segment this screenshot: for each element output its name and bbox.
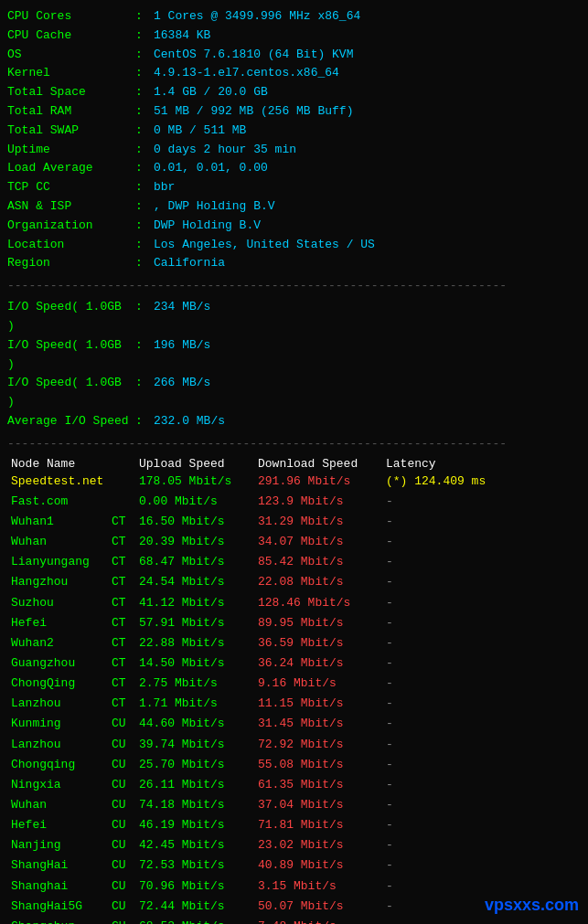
speed-latency: (*) 124.409 ms	[382, 472, 581, 492]
io-label: I/O Speed( 1.0GB )	[7, 336, 135, 375]
speed-upload: 68.47 Mbit/s	[135, 552, 254, 572]
col-header-node: Node Name	[7, 456, 108, 472]
watermark: vpsxxs.com	[485, 896, 579, 915]
speed-node: Wuhan1	[7, 512, 108, 532]
sysinfo-colon: :	[135, 254, 154, 273]
speed-download: 34.07 Mbit/s	[254, 532, 382, 552]
speed-row: Suzhou CT 41.12 Mbit/s 128.46 Mbit/s -	[7, 593, 581, 613]
speed-isp: CT	[108, 552, 135, 572]
sysinfo-label: CPU Cores	[7, 7, 135, 27]
speed-latency: -	[382, 835, 581, 855]
speed-isp: CU	[108, 897, 135, 917]
speed-upload: 39.74 Mbit/s	[135, 735, 254, 755]
speed-node: ShangHai5G	[7, 897, 108, 917]
speed-download: 71.81 Mbit/s	[254, 815, 382, 835]
col-header-isp	[108, 456, 135, 472]
speed-node: Chongqing	[7, 755, 108, 775]
speed-row: Kunming CU 44.60 Mbit/s 31.45 Mbit/s -	[7, 714, 581, 734]
speed-isp: CU	[108, 775, 135, 795]
io-value: 196 MB/s	[154, 336, 210, 375]
speed-download: 72.92 Mbit/s	[254, 735, 382, 755]
speed-download: 61.35 Mbit/s	[254, 775, 382, 795]
sysinfo-colon: :	[135, 46, 154, 65]
sysinfo-value: 16384 KB	[154, 27, 210, 46]
sysinfo-value: California	[154, 254, 225, 273]
speed-row: Ningxia CU 26.11 Mbit/s 61.35 Mbit/s -	[7, 775, 581, 795]
speed-latency: -	[382, 815, 581, 835]
speed-upload: 24.54 Mbit/s	[135, 572, 254, 592]
sysinfo-row: ASN & ISP : , DWP Holding B.V	[7, 197, 581, 217]
speed-download: 36.24 Mbit/s	[254, 653, 382, 674]
sysinfo-colon: :	[135, 141, 154, 160]
speed-row: Wuhan1 CT 16.50 Mbit/s 31.29 Mbit/s -	[7, 512, 581, 532]
speed-download: 7.48 Mbit/s	[254, 917, 382, 924]
speed-latency: -	[382, 855, 581, 876]
speed-node: Lanzhou	[7, 694, 108, 714]
speed-upload: 16.50 Mbit/s	[135, 512, 254, 532]
speed-upload: 22.88 Mbit/s	[135, 633, 254, 653]
speed-latency: -	[382, 653, 581, 674]
sysinfo-value: CentOS 7.6.1810 (64 Bit) KVM	[154, 46, 353, 65]
speed-download: 31.45 Mbit/s	[254, 714, 382, 734]
speed-latency: -	[382, 714, 581, 734]
speed-node: Fast.com	[7, 492, 108, 512]
speed-upload: 72.44 Mbit/s	[135, 897, 254, 917]
speed-row: Hefei CT 57.91 Mbit/s 89.95 Mbit/s -	[7, 613, 581, 633]
sysinfo-row: CPU Cache : 16384 KB	[7, 27, 581, 46]
speed-isp: CU	[108, 835, 135, 855]
io-colon: :	[135, 374, 154, 412]
speed-node: Hefei	[7, 613, 108, 633]
sysinfo-row: Load Average : 0.01, 0.01, 0.00	[7, 159, 581, 178]
speed-upload: 1.71 Mbit/s	[135, 694, 254, 714]
sysinfo-colon: :	[135, 64, 154, 83]
sysinfo-colon: :	[135, 7, 154, 27]
divider-1: ----------------------------------------…	[7, 279, 581, 292]
speed-node: Kunming	[7, 714, 108, 734]
speed-isp: CU	[108, 917, 135, 924]
speed-isp: CT	[108, 674, 135, 694]
sysinfo-colon: :	[135, 122, 154, 141]
sysinfo-label: Load Average	[7, 159, 135, 178]
col-header-upload: Upload Speed	[135, 456, 254, 472]
sysinfo-row: Uptime : 0 days 2 hour 35 min	[7, 141, 581, 160]
speed-row: Speedtest.net 178.05 Mbit/s 291.96 Mbit/…	[7, 472, 581, 492]
speed-upload: 72.53 Mbit/s	[135, 855, 254, 876]
sysinfo-row: Total RAM : 51 MB / 992 MB (256 MB Buff)	[7, 102, 581, 122]
io-value: 234 MB/s	[154, 298, 210, 336]
sysinfo-section: CPU Cores : 1 Cores @ 3499.996 MHz x86_6…	[7, 7, 581, 273]
speed-download: 123.9 Mbit/s	[254, 492, 382, 512]
speed-upload: 68.53 Mbit/s	[135, 917, 254, 924]
speed-upload: 44.60 Mbit/s	[135, 714, 254, 734]
speed-row: Shanghai CU 70.96 Mbit/s 3.15 Mbit/s -	[7, 876, 581, 897]
sysinfo-row: Location : Los Angeles, United States / …	[7, 236, 581, 255]
speed-node: Lianyungang	[7, 552, 108, 572]
speed-upload: 25.70 Mbit/s	[135, 755, 254, 775]
speed-download: 40.89 Mbit/s	[254, 855, 382, 876]
speed-download: 22.08 Mbit/s	[254, 572, 382, 592]
sysinfo-label: OS	[7, 46, 135, 65]
sysinfo-colon: :	[135, 83, 154, 102]
speed-download: 89.95 Mbit/s	[254, 613, 382, 633]
speed-download: 11.15 Mbit/s	[254, 694, 382, 714]
sysinfo-value: DWP Holding B.V	[154, 217, 261, 236]
sysinfo-row: Region : California	[7, 254, 581, 273]
sysinfo-value: bbr	[154, 178, 175, 197]
speed-isp: CT	[108, 613, 135, 633]
sysinfo-value: , DWP Holding B.V	[154, 197, 275, 217]
speed-row: Wuhan2 CT 22.88 Mbit/s 36.59 Mbit/s -	[7, 633, 581, 653]
sysinfo-row: Total Space : 1.4 GB / 20.0 GB	[7, 83, 581, 102]
speed-download: 128.46 Mbit/s	[254, 593, 382, 613]
speed-row: Changchun CU 68.53 Mbit/s 7.48 Mbit/s -	[7, 917, 581, 924]
io-row: I/O Speed( 1.0GB ) : 266 MB/s	[7, 374, 581, 412]
speed-row: Wuhan CT 20.39 Mbit/s 34.07 Mbit/s -	[7, 532, 581, 552]
sysinfo-value: 0 days 2 hour 35 min	[154, 141, 296, 160]
speed-row: Guangzhou CT 14.50 Mbit/s 36.24 Mbit/s -	[7, 653, 581, 674]
speed-row: ChongQing CT 2.75 Mbit/s 9.16 Mbit/s -	[7, 674, 581, 694]
sysinfo-colon: :	[135, 159, 154, 178]
sysinfo-value: 1.4 GB / 20.0 GB	[154, 83, 268, 102]
io-section: I/O Speed( 1.0GB ) : 234 MB/sI/O Speed( …	[7, 298, 581, 431]
sysinfo-label: Kernel	[7, 64, 135, 83]
sysinfo-row: OS : CentOS 7.6.1810 (64 Bit) KVM	[7, 46, 581, 65]
speed-section: Node Name Upload Speed Download Speed La…	[7, 456, 581, 924]
speed-upload: 74.18 Mbit/s	[135, 795, 254, 815]
